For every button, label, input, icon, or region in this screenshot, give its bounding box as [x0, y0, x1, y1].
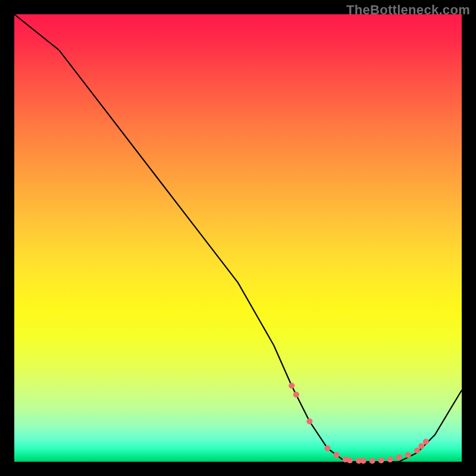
- bottleneck-curve-svg: [14, 14, 462, 462]
- data-dot: [289, 383, 295, 389]
- plot-gradient-background: [14, 14, 462, 462]
- chart-frame: TheBottleneck.com: [0, 0, 476, 476]
- watermark-text: TheBottleneck.com: [346, 2, 470, 18]
- data-dot: [306, 418, 312, 424]
- data-dot: [369, 458, 375, 464]
- data-dot: [387, 456, 393, 462]
- bottleneck-curve-line: [14, 14, 462, 462]
- data-dot: [423, 439, 429, 444]
- data-dot: [361, 458, 367, 464]
- data-dot: [418, 443, 424, 449]
- data-dot: [396, 455, 402, 461]
- data-dot: [414, 447, 420, 453]
- data-dot: [405, 452, 411, 458]
- data-dot: [347, 458, 353, 464]
- data-dot: [378, 458, 384, 464]
- data-dot: [293, 392, 299, 397]
- data-dot: [333, 452, 339, 458]
- curve-data-dots: [289, 383, 429, 464]
- data-dot: [324, 445, 330, 451]
